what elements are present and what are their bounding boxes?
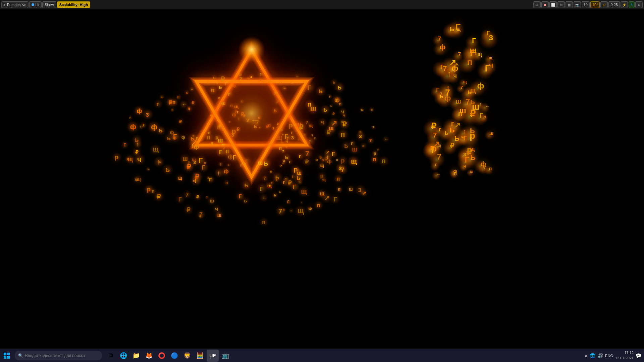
camera-icon[interactable]: 📷	[574, 1, 581, 8]
lang-indicator[interactable]: ENG	[605, 354, 613, 358]
clock[interactable]: 17:12 12.07.2021	[615, 350, 634, 361]
taskbar-question-icon[interactable]: ?	[3, 354, 6, 359]
viewport-options-icon[interactable]: ⊕	[533, 1, 541, 8]
settings-icon[interactable]: ≡	[635, 1, 643, 8]
lit-dot-icon	[32, 3, 34, 6]
tray-arrow-icon[interactable]: ∧	[584, 353, 588, 358]
perspective-arrow-icon: ▶	[4, 3, 6, 6]
start-button[interactable]	[0, 349, 13, 362]
viewport	[0, 0, 644, 349]
opera-button[interactable]: ⭕	[156, 350, 168, 362]
brush-size-number: 0.25	[610, 3, 618, 7]
perspective-label: Perspective	[7, 3, 26, 7]
brave-button[interactable]: 🦁	[181, 350, 193, 362]
brush-icon[interactable]: 🖊	[600, 1, 608, 8]
taskbar-pinned-apps: ⧉ 🌐 📁 🦊 ⭕ 🔵 🦁 🧮 UE 📺	[105, 350, 231, 362]
grid-size-number: 10	[584, 3, 588, 7]
volume-icon[interactable]: 🔊	[597, 353, 603, 358]
particle-canvas	[0, 9, 644, 349]
taskbar-right: ∧ 🌐 🔊 ENG 17:12 12.07.2021 💬	[582, 350, 644, 361]
minimize-icon[interactable]: ⊞	[557, 1, 565, 8]
show-label: Show	[45, 3, 54, 7]
show-button[interactable]: Show	[42, 1, 56, 8]
perspective-button[interactable]: ▶ Perspective	[1, 1, 29, 8]
lit-button[interactable]: Lit	[29, 1, 42, 8]
layers-icon[interactable]: ⚡	[621, 1, 628, 8]
scalability-label: Scalability: High	[59, 3, 88, 7]
rotation-number: 10°	[592, 3, 598, 7]
media-player-button[interactable]: 📺	[219, 350, 231, 362]
taskbar-search[interactable]: 🔍	[15, 351, 102, 360]
unreal-engine-button[interactable]: UE	[207, 350, 219, 362]
edge-button[interactable]: 🌐	[117, 350, 129, 362]
realtime-icon[interactable]: ⏺	[541, 1, 549, 8]
task-view-button[interactable]: ⧉	[105, 350, 117, 362]
grid-size-value[interactable]: 10	[582, 1, 590, 8]
search-input[interactable]	[25, 353, 92, 358]
search-icon: 🔍	[18, 353, 23, 358]
brush-size-value[interactable]: 0.25	[608, 1, 620, 8]
rotation-value[interactable]: 10°	[590, 1, 600, 8]
grid-icon[interactable]: ▦	[566, 1, 573, 8]
date-display: 12.07.2021	[615, 356, 634, 361]
layer-number: 4	[631, 3, 633, 7]
right-toolbar: ⊕ ⏺ ⬜ ⊞ ▦ 📷 10 10° 🖊 0.25 ⚡ 4 ≡	[532, 0, 644, 9]
lit-label: Lit	[35, 3, 39, 7]
taskbar: ? 🔍 ⧉ 🌐 📁 🦊 ⭕ 🔵 🦁 🧮 UE 📺 ∧ 🌐 🔊 ENG 17:12…	[0, 349, 644, 362]
firefox-button[interactable]: 🦊	[143, 350, 155, 362]
chrome-button[interactable]: 🔵	[168, 350, 180, 362]
fullscreen-icon[interactable]: ⬜	[549, 1, 557, 8]
scalability-button[interactable]: Scalability: High	[57, 1, 91, 8]
time-display: 17:12	[624, 350, 634, 355]
layer-value[interactable]: 4	[629, 1, 635, 8]
notification-icon[interactable]: 💬	[636, 353, 641, 358]
network-icon[interactable]: 🌐	[590, 353, 595, 358]
calculator-button[interactable]: 🧮	[194, 350, 206, 362]
file-explorer-button[interactable]: 📁	[130, 350, 142, 362]
